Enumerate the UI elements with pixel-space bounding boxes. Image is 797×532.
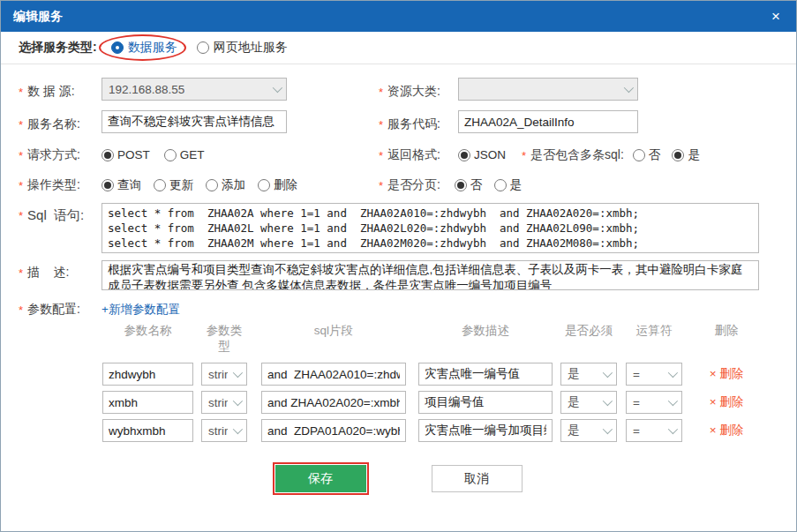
sql-fragment-input[interactable] xyxy=(261,419,406,442)
add-param-link[interactable]: +新增参数配置 xyxy=(102,297,180,318)
radio-op-delete[interactable]: 删除 xyxy=(258,177,297,193)
radio-json[interactable]: JSON xyxy=(458,148,506,161)
return-format-label: 返回格式: xyxy=(387,147,440,163)
multi-sql-label: 是否包含多条sql: xyxy=(530,147,624,163)
resource-category-label: 资源大类: xyxy=(387,84,440,100)
edit-service-dialog: 编辑服务 × 选择服务类型: 数据服务 网页地址服务 *数 据 源: 192.1… xyxy=(0,0,797,532)
radio-web-service[interactable]: 网页地址服务 xyxy=(197,40,288,56)
data-source-select[interactable]: 192.168.88.55 xyxy=(102,78,287,101)
operator-select[interactable]: = xyxy=(626,363,682,386)
service-type-row: 选择服务类型: 数据服务 网页地址服务 xyxy=(1,32,796,64)
param-desc-input[interactable] xyxy=(418,391,553,414)
radio-get[interactable]: GET xyxy=(164,148,205,161)
dialog-title: 编辑服务 xyxy=(13,9,63,25)
radio-post-label: POST xyxy=(117,148,150,161)
radio-paging-yes-label: 是 xyxy=(510,177,523,193)
param-table: 参数名称 参数类型 sql片段 参数描述 是否必须 运算符 删除 string … xyxy=(102,323,778,442)
service-name-input[interactable] xyxy=(102,110,287,133)
radio-op-query-label: 查询 xyxy=(117,177,141,193)
radio-multisql-yes[interactable]: 是 xyxy=(672,147,700,163)
param-name-input[interactable] xyxy=(102,391,193,414)
radio-op-delete-label: 删除 xyxy=(274,177,297,193)
paging-label: 是否分页: xyxy=(387,177,440,193)
resource-category-select[interactable] xyxy=(458,78,638,101)
chevron-down-icon xyxy=(668,368,678,378)
chevron-down-icon xyxy=(603,368,613,378)
sql-fragment-input[interactable] xyxy=(261,363,406,386)
save-button[interactable]: 保存 xyxy=(275,465,366,492)
sql-fragment-input[interactable] xyxy=(261,391,406,414)
operation-type-label: 操作类型: xyxy=(27,177,80,193)
radio-multisql-no-label: 否 xyxy=(649,147,661,163)
radio-paging-yes[interactable]: 是 xyxy=(494,177,523,193)
radio-unchecked-icon xyxy=(164,149,177,161)
radio-multisql-yes-label: 是 xyxy=(688,147,700,163)
required-mark: * xyxy=(379,147,383,162)
radio-op-update[interactable]: 更新 xyxy=(154,177,193,193)
radio-data-service-wrap: 数据服务 xyxy=(111,40,177,56)
param-desc-input[interactable] xyxy=(418,419,553,442)
required-mark: * xyxy=(19,116,23,131)
required-select[interactable]: 是 xyxy=(560,391,617,414)
radio-unchecked-icon xyxy=(258,179,270,191)
radio-checked-icon xyxy=(672,149,684,161)
param-row: string 是 = × 删除 xyxy=(102,391,778,414)
description-textarea[interactable]: 根据灾害点编号和项目类型查询不稳定斜坡灾害点的详细信息,包括详细信息表、子表以及… xyxy=(102,260,759,290)
radio-unchecked-icon xyxy=(154,179,166,191)
radio-data-service-label: 数据服务 xyxy=(128,40,177,56)
required-mark: * xyxy=(19,147,23,162)
chevron-down-icon xyxy=(668,396,678,406)
radio-post[interactable]: POST xyxy=(102,148,150,161)
required-select[interactable]: 是 xyxy=(560,419,617,442)
radio-unchecked-icon xyxy=(633,149,645,161)
chevron-down-icon xyxy=(233,396,243,406)
required-mark: * xyxy=(379,177,383,192)
radio-paging-no[interactable]: 否 xyxy=(455,177,483,193)
radio-op-add-label: 添加 xyxy=(222,177,245,193)
service-code-input[interactable] xyxy=(458,110,638,133)
radio-op-update-label: 更新 xyxy=(169,177,193,193)
radio-checked-icon xyxy=(458,149,470,161)
header-param-desc: 参数描述 xyxy=(418,323,553,355)
radio-data-service[interactable]: 数据服务 xyxy=(111,40,177,56)
param-type-select[interactable]: string xyxy=(201,363,247,386)
delete-param-link[interactable]: × 删除 xyxy=(710,423,744,437)
button-row: 保存 取消 xyxy=(19,465,778,492)
param-row: string 是 = × 删除 xyxy=(102,363,778,386)
service-name-label: 服务名称: xyxy=(27,116,80,132)
param-type-select[interactable]: string xyxy=(201,419,247,442)
delete-param-link[interactable]: × 删除 xyxy=(710,367,744,380)
chevron-down-icon xyxy=(603,396,613,406)
service-code-label: 服务代码: xyxy=(387,116,440,132)
data-source-value: 192.168.88.55 xyxy=(109,83,184,96)
sql-textarea[interactable]: select * from ZHAA02A where 1=1 and ZHAA… xyxy=(102,203,759,253)
required-select[interactable]: 是 xyxy=(560,363,617,386)
operator-select[interactable]: = xyxy=(626,419,682,442)
description-label: 描 述: xyxy=(27,265,69,281)
param-config-label: 参数配置: xyxy=(27,302,80,318)
form-area: *数 据 源: 192.168.88.55 *资源大类: *服务名称: xyxy=(1,64,796,492)
radio-get-label: GET xyxy=(180,148,205,161)
param-type-select[interactable]: string xyxy=(201,391,247,414)
required-mark: * xyxy=(19,265,23,280)
param-name-input[interactable] xyxy=(102,419,193,442)
radio-checked-icon xyxy=(111,41,124,54)
radio-op-query[interactable]: 查询 xyxy=(102,177,141,193)
param-name-input[interactable] xyxy=(102,363,193,386)
param-desc-input[interactable] xyxy=(418,363,553,386)
header-delete: 删除 xyxy=(695,323,758,355)
radio-op-add[interactable]: 添加 xyxy=(206,177,245,193)
close-icon[interactable]: × xyxy=(768,7,784,26)
chevron-down-icon xyxy=(233,368,243,378)
header-operator: 运算符 xyxy=(626,323,682,355)
header-param-type: 参数类型 xyxy=(201,323,247,355)
chevron-down-icon xyxy=(603,424,613,434)
radio-multisql-no[interactable]: 否 xyxy=(633,147,661,163)
operator-select[interactable]: = xyxy=(626,391,682,414)
required-mark: * xyxy=(379,84,383,99)
dialog-titlebar: 编辑服务 × xyxy=(1,1,796,32)
required-mark: * xyxy=(19,207,23,222)
delete-param-link[interactable]: × 删除 xyxy=(710,395,744,408)
chevron-down-icon xyxy=(668,424,678,434)
cancel-button[interactable]: 取消 xyxy=(432,465,523,492)
